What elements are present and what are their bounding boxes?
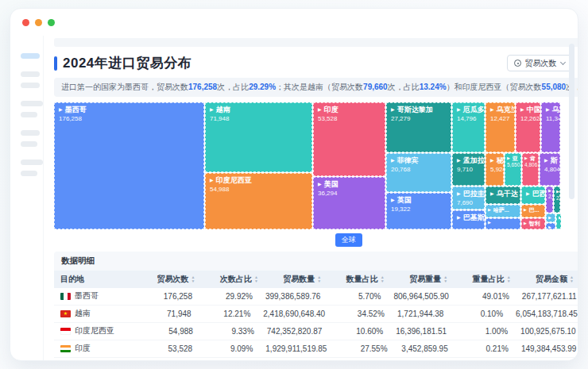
insight-text: 次，占比 <box>388 83 420 91</box>
sort-icon[interactable]: ▲▼ <box>191 275 195 283</box>
treemap-block[interactable]: ▶肯4,806 <box>522 153 539 186</box>
fullscreen-window-icon[interactable] <box>48 19 55 26</box>
treemap-block[interactable]: ▶亚5,650 <box>505 153 521 186</box>
table-header-cell[interactable]: 贸易金额▲▼ <box>517 271 578 288</box>
treemap-block[interactable]: ▶巴拉圭7,690 <box>452 186 485 209</box>
treemap-block[interactable]: ▶乌干达 <box>485 186 520 204</box>
value-cell: 1,929,911,519.85 <box>259 340 333 357</box>
treemap-block[interactable]: ▶菲律宾20,768 <box>386 153 451 192</box>
treemap-block-label: ▶墨西哥 <box>59 106 199 114</box>
table-row[interactable]: 印度尼西亚54,9889.33%742,352,820.8710.60%16,3… <box>54 323 578 340</box>
sort-icon[interactable]: ▲▼ <box>570 275 574 283</box>
sidebar-item[interactable] <box>21 160 43 165</box>
treemap-block[interactable]: ▶秘鲁5,924 <box>485 153 504 186</box>
drilldown-arrow-icon: ▶ <box>391 107 395 113</box>
destination-cell: 印度 <box>54 340 138 357</box>
metric-select-button[interactable]: 贸易次数 <box>507 55 572 71</box>
value-cell: 399,386,589.76 <box>259 288 327 305</box>
table-header-cell[interactable]: 数量占比▲▼ <box>327 271 390 288</box>
sort-icon[interactable]: ▲▼ <box>507 275 511 283</box>
content-top-strip <box>54 38 578 47</box>
treemap-block-name: 越南 <box>216 106 230 114</box>
sort-icon[interactable]: ▲▼ <box>381 275 385 283</box>
sidebar-item[interactable] <box>21 101 43 106</box>
sidebar-item[interactable] <box>21 83 40 88</box>
table-row[interactable]: 越南71,94812.21%2,418,690,648.4034.52%1,72… <box>54 306 578 323</box>
value-cell: 49.01% <box>455 288 516 305</box>
treemap-block[interactable]: ▶ <box>546 213 555 222</box>
sidebar-item[interactable] <box>21 53 40 59</box>
sidebar-item[interactable] <box>21 71 40 77</box>
treemap-block[interactable]: ▶越南71,948 <box>205 102 312 172</box>
treemap-block[interactable]: ▶英国19,322 <box>386 193 451 229</box>
treemap-block[interactable]: ▶ <box>546 223 555 229</box>
table-row[interactable]: 美国36,2946.16%155,291,923.002.22%663,925,… <box>54 358 578 362</box>
sidebar-item[interactable] <box>21 130 40 136</box>
treemap-block-label: ▶乌克兰 <box>490 106 510 114</box>
value-cell: 12.21% <box>198 306 257 322</box>
sort-desc-icon: ▼ <box>570 279 574 283</box>
insight-highlight-value: 176,258 <box>188 83 217 91</box>
treemap-block[interactable]: ▶哥斯达黎加27,279 <box>386 102 451 152</box>
insight-highlight-value: 79,660 <box>363 83 388 91</box>
treemap-chart: ▶墨西哥176,258▶越南71,948▶印度尼西亚54,988▶印度53,52… <box>54 102 578 229</box>
treemap-block[interactable]: ▶墨西哥176,258 <box>54 102 204 229</box>
treemap-block[interactable]: ▶巴基斯坦 <box>452 210 485 229</box>
treemap-block[interactable]: ▶ <box>556 213 561 229</box>
sort-icon[interactable]: ▲▼ <box>317 275 321 283</box>
treemap-block[interactable]: ▶南2,2 <box>554 186 560 213</box>
treemap-block-value: 54,988 <box>210 186 308 193</box>
sidebar-item[interactable] <box>21 112 37 117</box>
column-label: 目的地 <box>60 274 84 285</box>
treemap-block-label: ▶中国 <box>520 106 536 114</box>
table-header-cell[interactable]: 重量占比▲▼ <box>454 271 516 288</box>
metric-icon <box>514 60 521 67</box>
sort-icon[interactable]: ▲▼ <box>443 275 447 283</box>
table-header-cell[interactable]: 贸易数量▲▼ <box>265 271 327 288</box>
insight-text: ）和印度尼西亚（贸易次数 <box>447 83 542 91</box>
sidebar-item[interactable] <box>21 141 37 147</box>
table-section-header: 数据明细 ↓ 下载数据 <box>54 252 578 271</box>
scrollbar-thumb[interactable] <box>569 44 574 199</box>
treemap-block[interactable]: ▶厄瓜多尔14,796 <box>452 102 485 152</box>
sidebar-item[interactable] <box>21 171 37 176</box>
treemap-block[interactable]: ▶孟加拉国9,710 <box>452 153 485 186</box>
treemap-block[interactable]: ▶美国36,294 <box>313 177 385 229</box>
table-row[interactable]: 墨西哥176,25829.92%399,386,589.765.70%806,9… <box>54 288 578 306</box>
treemap-block[interactable]: ▶ <box>485 218 520 229</box>
treemap-block[interactable]: ▶哈萨... <box>485 205 520 217</box>
app-window: 2024年进口贸易分布 贸易次数 矩形树图 进口第一的国家为墨西哥，贸易次数1 <box>10 8 578 361</box>
treemap-block[interactable]: ▶中国12,262 <box>516 102 540 152</box>
treemap-root-button[interactable]: 全球 <box>335 233 362 247</box>
treemap-block[interactable]: ▶乌克兰12,427 <box>485 102 515 152</box>
treemap-block-label: ▶印度尼西亚 <box>210 177 308 185</box>
treemap-block-label: ▶南 <box>556 189 558 195</box>
close-window-icon[interactable] <box>22 19 29 26</box>
chevron-down-icon <box>560 59 566 64</box>
page-header-actions: 贸易次数 矩形树图 <box>507 55 578 71</box>
destination-cell: 印度尼西亚 <box>54 323 138 340</box>
table-header-cell[interactable]: 贸易重量▲▼ <box>391 271 454 288</box>
destination-cell: 美国 <box>54 358 138 362</box>
drilldown-arrow-icon: ▶ <box>457 107 461 113</box>
sort-desc-icon: ▼ <box>254 279 258 283</box>
treemap-block-name: 亚 <box>513 156 518 162</box>
treemap-block[interactable]: ▶巴... <box>521 205 545 217</box>
value-cell: 267,177,621.11 <box>516 288 578 305</box>
table-header-cell[interactable]: 贸易次数▲▼ <box>138 271 201 288</box>
table-header-cell[interactable]: 次数占比▲▼ <box>201 271 264 288</box>
table-row[interactable]: 印度53,5289.09%1,929,911,519.8527.55%3,452… <box>54 340 578 358</box>
treemap-block[interactable]: ▶印度尼西亚54,988 <box>205 173 312 229</box>
treemap-block-label: ▶越南 <box>210 106 308 114</box>
treemap-block[interactable]: ▶巴西 <box>521 186 545 204</box>
value-cell: 16,396,181.51 <box>389 323 453 340</box>
treemap-block[interactable]: ▶智利 <box>521 218 545 229</box>
treemap-block[interactable]: ▶2,5 <box>546 186 553 213</box>
treemap-block[interactable]: ▶印度53,528 <box>313 102 385 176</box>
treemap-block[interactable]: ▶斯4,804 <box>540 153 560 186</box>
drilldown-arrow-icon: ▶ <box>548 189 551 194</box>
treemap-block[interactable]: ▶乌...11,342 <box>541 102 560 152</box>
sort-icon[interactable]: ▲▼ <box>254 275 258 283</box>
minimize-window-icon[interactable] <box>35 19 42 26</box>
value-cell: 71,948 <box>138 306 198 322</box>
